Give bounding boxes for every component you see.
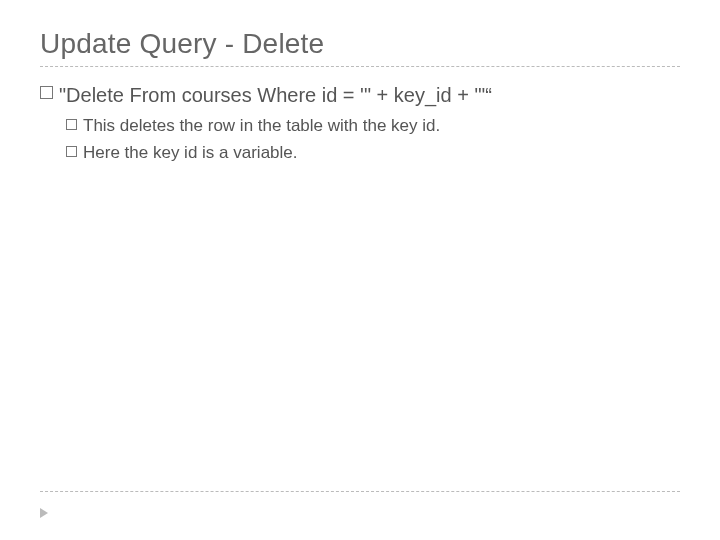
bullet-text: Here the key id is a variable. bbox=[83, 141, 680, 166]
bullet-level-1: "Delete From courses Where id = '" + key… bbox=[40, 81, 680, 110]
square-bullet-icon bbox=[40, 86, 53, 99]
square-bullet-icon bbox=[66, 146, 77, 157]
divider-bottom bbox=[40, 491, 680, 492]
bullet-level-2: This deletes the row in the table with t… bbox=[66, 114, 680, 139]
bullet-text: "Delete From courses Where id = '" + key… bbox=[59, 81, 680, 110]
bullet-text: This deletes the row in the table with t… bbox=[83, 114, 680, 139]
bullet-level-2: Here the key id is a variable. bbox=[66, 141, 680, 166]
slide: Update Query - Delete "Delete From cours… bbox=[0, 0, 720, 540]
square-bullet-icon bbox=[66, 119, 77, 130]
slide-title: Update Query - Delete bbox=[40, 28, 680, 60]
divider-top bbox=[40, 66, 680, 67]
arrow-icon bbox=[40, 508, 48, 518]
